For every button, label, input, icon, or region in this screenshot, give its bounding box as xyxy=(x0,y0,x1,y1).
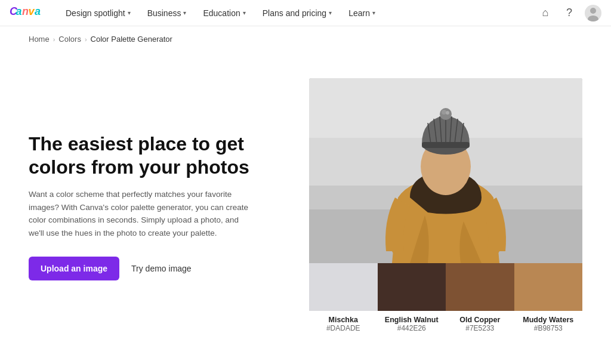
palette-swatch-1 xyxy=(378,263,446,311)
svg-point-5 xyxy=(590,8,596,14)
palette-name-0: Mischka xyxy=(311,316,375,324)
breadcrumb-colors[interactable]: Colors xyxy=(58,35,81,44)
svg-text:a: a xyxy=(16,5,22,17)
nav-plans-pricing[interactable]: Plans and pricing ▾ xyxy=(254,0,340,26)
palette-name-3: Muddy Waters xyxy=(517,316,581,324)
right-panel: Mischka #DADADE English Walnut #442E26 O… xyxy=(309,78,582,335)
chevron-down-icon: ▾ xyxy=(128,10,131,16)
breadcrumb: Home › Colors › Color Palette Generator xyxy=(0,26,611,52)
chevron-down-icon: ▾ xyxy=(183,10,186,16)
palette-hex-1: #442E26 xyxy=(380,324,444,332)
svg-rect-25 xyxy=(422,142,470,148)
nav-education[interactable]: Education ▾ xyxy=(195,0,254,26)
nav-items: Design spotlight ▾ Business ▾ Education … xyxy=(57,0,537,26)
photo-preview xyxy=(309,78,582,263)
chevron-down-icon: ▾ xyxy=(329,10,332,16)
hero-title: The easiest place to get colors from you… xyxy=(29,132,285,178)
breadcrumb-sep-1: › xyxy=(53,36,55,43)
palette-name-1: English Walnut xyxy=(380,316,444,324)
palette-row: Mischka #DADADE English Walnut #442E26 O… xyxy=(309,263,582,335)
palette-item-0: Mischka #DADADE xyxy=(309,263,378,335)
palette-hex-2: #7E5233 xyxy=(448,324,512,332)
svg-point-22 xyxy=(440,108,452,120)
svg-text:v: v xyxy=(29,5,35,17)
nav-design-spotlight[interactable]: Design spotlight ▾ xyxy=(57,0,139,26)
hero-description: Want a color scheme that perfectly match… xyxy=(29,188,255,239)
main-nav: C a n v a Design spotlight ▾ Business ▾ … xyxy=(0,0,611,26)
palette-item-1: English Walnut #442E26 xyxy=(378,263,446,335)
palette-swatch-3 xyxy=(514,263,583,311)
palette-hex-3: #B98753 xyxy=(517,324,581,332)
upload-image-button[interactable]: Upload an image xyxy=(29,257,119,280)
home-icon[interactable]: ⌂ xyxy=(537,5,554,21)
breadcrumb-home[interactable]: Home xyxy=(29,35,50,44)
palette-item-2: Old Copper #7E5233 xyxy=(446,263,514,335)
palette-swatch-2 xyxy=(446,263,514,311)
chevron-down-icon: ▾ xyxy=(243,10,246,16)
main-content: The easiest place to get colors from you… xyxy=(0,52,611,361)
svg-point-6 xyxy=(588,16,598,21)
svg-text:n: n xyxy=(22,5,29,17)
nav-business[interactable]: Business ▾ xyxy=(139,0,195,26)
canva-logo[interactable]: C a n v a xyxy=(10,4,45,22)
svg-text:a: a xyxy=(35,5,41,17)
svg-point-24 xyxy=(446,111,449,115)
palette-swatch-0 xyxy=(309,263,378,311)
account-icon[interactable] xyxy=(585,5,601,21)
button-group: Upload an image Try demo image xyxy=(29,257,285,280)
nav-right: ⌂ ? xyxy=(537,5,601,21)
palette-hex-0: #DADADE xyxy=(311,324,375,332)
palette-name-2: Old Copper xyxy=(448,316,512,324)
nav-learn[interactable]: Learn ▾ xyxy=(340,0,384,26)
help-icon[interactable]: ? xyxy=(561,5,578,21)
breadcrumb-sep-2: › xyxy=(85,36,87,43)
chevron-down-icon: ▾ xyxy=(372,10,375,16)
palette-item-3: Muddy Waters #B98753 xyxy=(514,263,583,335)
breadcrumb-current: Color Palette Generator xyxy=(91,35,172,44)
try-demo-button[interactable]: Try demo image xyxy=(129,257,194,280)
left-panel: The easiest place to get colors from you… xyxy=(29,132,285,280)
svg-point-23 xyxy=(442,110,446,115)
